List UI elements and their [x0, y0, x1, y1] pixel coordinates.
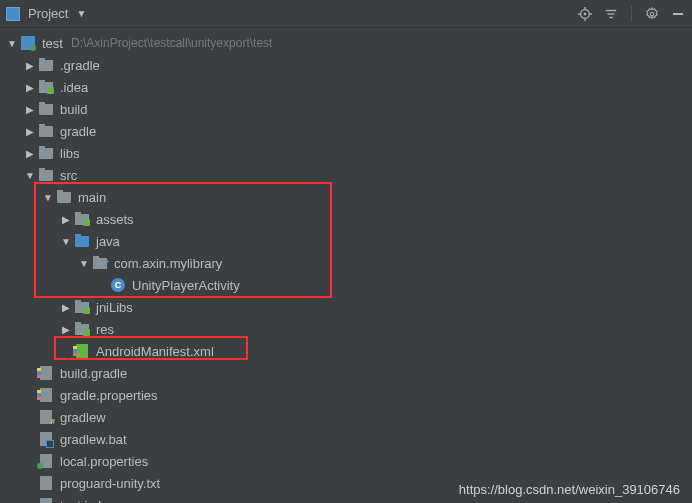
collapse-icon[interactable] [603, 6, 619, 22]
gear-icon[interactable] [644, 6, 660, 22]
item-label: AndroidManifest.xml [96, 344, 214, 359]
text-file-icon [40, 476, 52, 490]
svg-point-1 [584, 12, 587, 15]
project-header: Project ▼ [0, 0, 692, 28]
tree-item-jnilibs-dir[interactable]: jniLibs [0, 296, 692, 318]
expand-icon[interactable] [60, 214, 72, 225]
gradle-file-icon [40, 366, 52, 380]
xml-file-icon [76, 344, 88, 358]
expand-icon[interactable] [24, 126, 36, 137]
folder-icon [39, 60, 53, 71]
folder-icon [75, 214, 89, 225]
properties-file-icon [40, 388, 52, 402]
folder-icon [39, 148, 53, 159]
folder-icon [39, 82, 53, 93]
item-label: src [60, 168, 77, 183]
tree-item-build-gradle[interactable]: ▶ build.gradle [0, 362, 692, 384]
tree-item-libs-dir[interactable]: libs [0, 142, 692, 164]
toolbar-divider [631, 6, 632, 22]
tree-item-local-props[interactable]: ▶ local.properties [0, 450, 692, 472]
module-icon [21, 36, 35, 50]
iml-file-icon [40, 498, 52, 503]
item-label: proguard-unity.txt [60, 476, 160, 491]
expand-icon[interactable] [60, 236, 72, 247]
svg-rect-9 [673, 13, 683, 15]
tree-item-java-dir[interactable]: java [0, 230, 692, 252]
expand-icon[interactable] [60, 324, 72, 335]
tree-item-build-dir[interactable]: build [0, 98, 692, 120]
header-left[interactable]: Project ▼ [6, 6, 86, 21]
expand-icon[interactable] [24, 82, 36, 93]
item-label: jniLibs [96, 300, 133, 315]
class-icon: C [111, 278, 125, 292]
item-label: res [96, 322, 114, 337]
expand-icon[interactable] [24, 148, 36, 159]
item-label: gradle [60, 124, 96, 139]
header-toolbar [577, 6, 686, 22]
folder-icon [39, 170, 53, 181]
batch-file-icon [40, 432, 52, 446]
item-label: main [78, 190, 106, 205]
item-label: gradle.properties [60, 388, 158, 403]
folder-icon [39, 104, 53, 115]
package-icon [93, 258, 107, 269]
dropdown-arrow-icon: ▼ [76, 8, 86, 19]
java-folder-icon [75, 236, 89, 247]
properties-file-icon [40, 454, 52, 468]
item-label: gradlew [60, 410, 106, 425]
folder-icon [57, 192, 71, 203]
locate-icon[interactable] [577, 6, 593, 22]
tree-item-class[interactable]: ▶ C UnityPlayerActivity [0, 274, 692, 296]
item-label: build.gradle [60, 366, 127, 381]
folder-icon [39, 126, 53, 137]
expand-icon[interactable] [78, 258, 90, 269]
tree-item-gradlew-bat[interactable]: ▶ gradlew.bat [0, 428, 692, 450]
item-label: gradlew.bat [60, 432, 127, 447]
expand-icon[interactable] [24, 60, 36, 71]
item-label: libs [60, 146, 80, 161]
item-label: build [60, 102, 87, 117]
watermark-text: https://blog.csdn.net/weixin_39106746 [459, 482, 680, 497]
folder-icon [75, 302, 89, 313]
tree-item-gradle-dir[interactable]: .gradle [0, 54, 692, 76]
tree-root-module[interactable]: test D:\AxinProject\testcall\unityexport… [0, 32, 692, 54]
expand-icon[interactable] [6, 38, 18, 49]
tree-item-src-dir[interactable]: src [0, 164, 692, 186]
item-label: java [96, 234, 120, 249]
hide-icon[interactable] [670, 6, 686, 22]
root-path: D:\AxinProject\testcall\unityexport\test [71, 36, 272, 50]
tree-item-gradlew[interactable]: ▶ gradlew [0, 406, 692, 428]
project-tree: test D:\AxinProject\testcall\unityexport… [0, 28, 692, 503]
tree-item-package[interactable]: com.axin.mylibrary [0, 252, 692, 274]
expand-icon[interactable] [24, 104, 36, 115]
root-name: test [42, 36, 63, 51]
expand-icon[interactable] [24, 170, 36, 181]
project-window-icon [6, 7, 20, 21]
tree-item-main-dir[interactable]: main [0, 186, 692, 208]
item-label: UnityPlayerActivity [132, 278, 240, 293]
tree-item-assets-dir[interactable]: assets [0, 208, 692, 230]
shell-script-icon [40, 410, 52, 424]
tree-item-gradle-props[interactable]: ▶ gradle.properties [0, 384, 692, 406]
item-label: local.properties [60, 454, 148, 469]
item-label: .gradle [60, 58, 100, 73]
item-label: .idea [60, 80, 88, 95]
tree-item-idea-dir[interactable]: .idea [0, 76, 692, 98]
tree-item-res-dir[interactable]: res [0, 318, 692, 340]
folder-icon [75, 324, 89, 335]
item-label: test.iml [60, 498, 101, 504]
expand-icon[interactable] [60, 302, 72, 313]
expand-icon[interactable] [42, 192, 54, 203]
item-label: assets [96, 212, 134, 227]
item-label: com.axin.mylibrary [114, 256, 222, 271]
tree-item-gradle-dir2[interactable]: gradle [0, 120, 692, 142]
tree-item-manifest[interactable]: ▶ AndroidManifest.xml [0, 340, 692, 362]
project-title: Project [28, 6, 68, 21]
